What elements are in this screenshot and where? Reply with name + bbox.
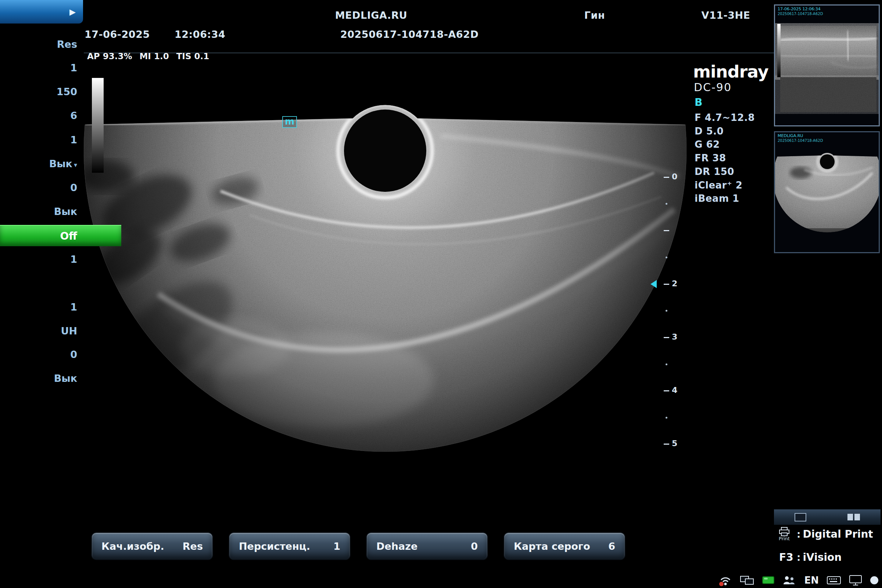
- dual-layout-icon[interactable]: [848, 514, 860, 520]
- thumbnail-2[interactable]: MEDLIGA.RU 20250617-104718-A62D: [774, 131, 880, 253]
- wifi-icon[interactable]: [719, 574, 732, 586]
- exam-date: 17-06-2025: [84, 28, 150, 40]
- left-param-2[interactable]: 150: [0, 86, 77, 98]
- f3-key-label: F3: [779, 551, 795, 563]
- left-param-3[interactable]: 6: [0, 110, 77, 121]
- param-framerate: FR 38: [694, 153, 726, 164]
- mode-indicator: B: [694, 96, 702, 108]
- grayscale-bar: [92, 78, 104, 173]
- thumbnail-2-image: [775, 132, 879, 252]
- mi-value: MI 1.0: [139, 51, 169, 61]
- left-param-13[interactable]: Вык: [0, 373, 77, 384]
- system-taskbar: EN: [719, 574, 878, 586]
- depth-label-3: 3: [672, 332, 677, 341]
- param-dynamic-range: DR 150: [694, 166, 734, 177]
- storage-status-icon[interactable]: [762, 576, 775, 585]
- ultrasound-image[interactable]: [0, 0, 882, 588]
- left-param-res[interactable]: Res: [0, 39, 77, 50]
- left-param-10[interactable]: 1: [0, 302, 77, 313]
- left-param-uh[interactable]: UH: [0, 325, 77, 337]
- probe-orientation-marker: m: [282, 116, 297, 128]
- keyboard-icon[interactable]: [827, 576, 841, 585]
- softkey-dehaze[interactable]: Dehaze0: [366, 532, 488, 560]
- dual-display-icon[interactable]: [740, 575, 754, 586]
- f3-shortcut-row[interactable]: F3 : iVision: [774, 551, 880, 563]
- probe-notch: [344, 110, 426, 192]
- depth-label-2: 2: [672, 279, 677, 288]
- hospital-name: MEDLIGA.RU: [335, 9, 408, 21]
- left-param-9[interactable]: 1: [0, 254, 77, 265]
- print-caption: Print: [779, 536, 790, 542]
- depth-label-0: 0: [672, 172, 677, 181]
- left-param-4[interactable]: 1: [0, 134, 77, 146]
- tab-arrow-icon: ▶: [69, 8, 76, 16]
- layout-toggle-bar: [774, 509, 880, 525]
- left-param-1[interactable]: 1: [0, 62, 77, 74]
- language-indicator[interactable]: EN: [804, 575, 819, 586]
- acoustic-output-readout: AP 93.3%MI 1.0TIS 0.1: [87, 51, 216, 61]
- param-ibeam: iBeam 1: [694, 193, 740, 204]
- digital-print-label: Digital Print: [802, 528, 873, 540]
- thumbnail-2-caption: MEDLIGA.RU: [778, 134, 803, 138]
- softkey-image-quality[interactable]: Кач.изобр.Res: [91, 532, 213, 560]
- param-depth: D 5.0: [694, 126, 724, 137]
- print-shortcut-row[interactable]: Print : Digital Print: [774, 527, 880, 542]
- thumbnail-1-image: [775, 6, 879, 125]
- left-param-off-highlighted[interactable]: Off: [0, 225, 121, 246]
- printer-icon: [779, 527, 790, 537]
- softkey-persistence[interactable]: Персистенц.1: [229, 532, 351, 560]
- exam-preset: Гин: [584, 9, 605, 21]
- probe-model: V11-3HE: [701, 9, 750, 21]
- depth-label-5: 5: [672, 439, 677, 448]
- ivision-label: iVision: [802, 551, 842, 563]
- status-dot-icon: [870, 576, 878, 584]
- thumbnail-1[interactable]: 17-06-2025 12:06:34 20250617-104718-A62D: [774, 4, 880, 126]
- softkey-gray-map[interactable]: Карта серого6: [504, 532, 626, 560]
- single-layout-icon[interactable]: [795, 513, 806, 522]
- tis-value: TIS 0.1: [176, 51, 210, 61]
- device-model: DC-90: [694, 81, 732, 94]
- dropdown-caret-icon: ▾: [74, 161, 77, 169]
- param-iclear: iClear⁺ 2: [694, 180, 742, 191]
- param-gain: G 62: [694, 139, 720, 150]
- exam-time: 12:06:34: [175, 28, 225, 40]
- left-param-12[interactable]: 0: [0, 349, 77, 360]
- focus-position-marker: [651, 280, 657, 288]
- left-param-6[interactable]: 0: [0, 182, 77, 193]
- thumbnail-1-id: 20250617-104718-A62D: [778, 12, 823, 16]
- brand-logo: mindray: [693, 62, 768, 82]
- depth-label-4: 4: [672, 386, 677, 395]
- users-icon[interactable]: [783, 575, 796, 586]
- left-param-dropdown[interactable]: Вык▾: [0, 158, 77, 170]
- thumbnail-1-caption: 17-06-2025 12:06:34: [778, 7, 820, 11]
- side-menu-tab[interactable]: ▶: [0, 0, 83, 24]
- patient-id: 20250617-104718-A62D: [340, 28, 478, 40]
- left-param-7[interactable]: Вык: [0, 206, 77, 217]
- thumbnail-2-id: 20250617-104718-A62D: [778, 138, 823, 142]
- param-frequency: F 4.7~12.8: [694, 112, 755, 123]
- ap-value: AP 93.3%: [87, 51, 132, 61]
- display-icon[interactable]: [849, 575, 862, 586]
- ultrasound-screen: ▶ MEDLIGA.RU Гин V11-3HE 17-06-2025 12:0…: [0, 0, 882, 588]
